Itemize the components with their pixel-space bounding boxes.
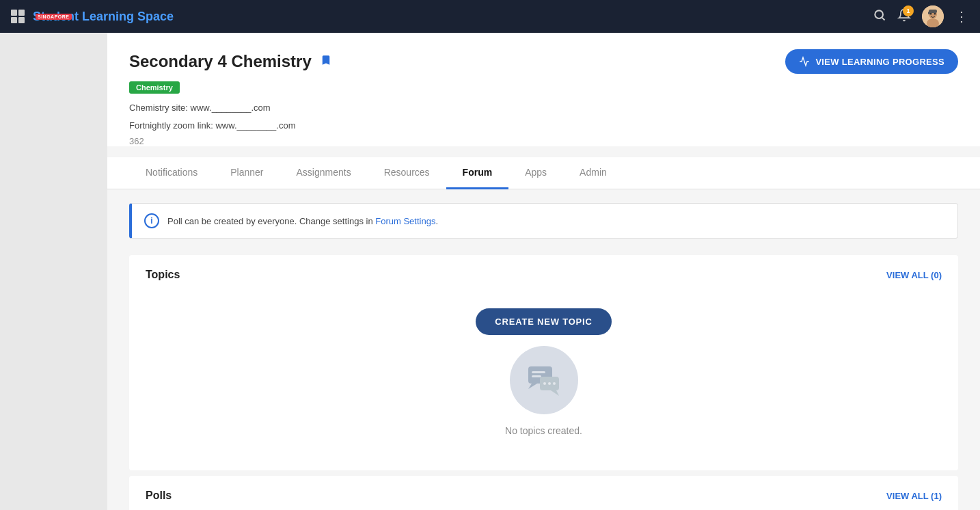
topnav-actions: 1 ⋮ [873, 5, 969, 27]
svg-point-16 [548, 382, 551, 385]
polls-section: Polls VIEW ALL (1) CREATE NEW POLL [129, 476, 958, 510]
create-topic-button[interactable]: CREATE NEW TOPIC [476, 308, 611, 335]
tab-resources[interactable]: Resources [368, 157, 446, 189]
main-content: Secondary 4 Chemistry VIEW LEARNING PROG… [107, 33, 980, 510]
course-count: 362 [129, 136, 958, 146]
topics-view-all[interactable]: VIEW ALL (0) [886, 270, 942, 280]
info-banner: i Poll can be created by everyone. Chang… [129, 203, 958, 239]
notifications-button[interactable]: 1 [897, 8, 911, 25]
course-title: Secondary 4 Chemistry [129, 52, 312, 71]
info-text: Poll can be created by everyone. Change … [167, 216, 438, 226]
tab-apps[interactable]: Apps [508, 157, 563, 189]
empty-topics-icon [510, 346, 578, 414]
course-header: Secondary 4 Chemistry VIEW LEARNING PROG… [107, 33, 980, 146]
topics-empty-state: CREATE NEW TOPIC [146, 295, 942, 457]
topics-title: Topics [146, 269, 180, 281]
tab-assignments[interactable]: Assignments [280, 157, 368, 189]
course-title-left: Secondary 4 Chemistry [129, 52, 332, 71]
notification-count: 1 [903, 5, 914, 16]
forum-content: i Poll can be created by everyone. Chang… [107, 189, 980, 510]
avatar [922, 5, 944, 27]
grid-menu-icon[interactable] [11, 10, 25, 23]
svg-rect-8 [928, 12, 930, 14]
svg-line-1 [882, 17, 885, 20]
more-options-button[interactable]: ⋮ [955, 8, 969, 25]
course-description-line1: Chemistry site: www.________.com [129, 100, 958, 116]
course-tabs: Notifications Planner Assignments Resour… [107, 157, 980, 189]
tab-planner[interactable]: Planner [214, 157, 280, 189]
bookmark-icon[interactable] [320, 54, 332, 70]
sidebar [0, 33, 107, 510]
brand-area: SINGAPORE Student Learning Space [11, 10, 174, 24]
topics-empty-label: No topics created. [505, 425, 582, 436]
polls-title: Polls [146, 489, 172, 502]
svg-point-17 [553, 382, 556, 385]
polls-header: Polls VIEW ALL (1) [146, 489, 942, 502]
singapore-badge: SINGAPORE [36, 14, 72, 20]
view-progress-button[interactable]: VIEW LEARNING PROGRESS [785, 49, 958, 74]
search-button[interactable] [873, 8, 886, 25]
forum-settings-link[interactable]: Forum Settings [375, 216, 435, 226]
page-layout: Secondary 4 Chemistry VIEW LEARNING PROG… [0, 0, 980, 510]
svg-point-15 [543, 382, 546, 385]
topics-header: Topics VIEW ALL (0) [146, 269, 942, 281]
info-icon: i [144, 213, 159, 228]
topics-section: Topics VIEW ALL (0) CREATE NEW TOPIC [129, 255, 958, 470]
course-description-line2: Fortnightly zoom link: www.________.com [129, 118, 958, 133]
top-navigation: SINGAPORE Student Learning Space 1 [0, 0, 980, 33]
tab-notifications[interactable]: Notifications [129, 157, 214, 189]
avatar-button[interactable] [922, 5, 944, 27]
svg-rect-12 [532, 375, 541, 377]
subject-badge: Chemistry [129, 81, 180, 94]
polls-view-all[interactable]: VIEW ALL (1) [886, 491, 942, 501]
svg-rect-11 [532, 371, 545, 373]
svg-point-0 [875, 10, 883, 18]
svg-marker-10 [528, 384, 537, 389]
tab-forum[interactable]: Forum [446, 157, 509, 189]
course-title-row: Secondary 4 Chemistry VIEW LEARNING PROG… [129, 49, 958, 74]
svg-marker-14 [551, 390, 559, 396]
tab-admin[interactable]: Admin [563, 157, 623, 189]
